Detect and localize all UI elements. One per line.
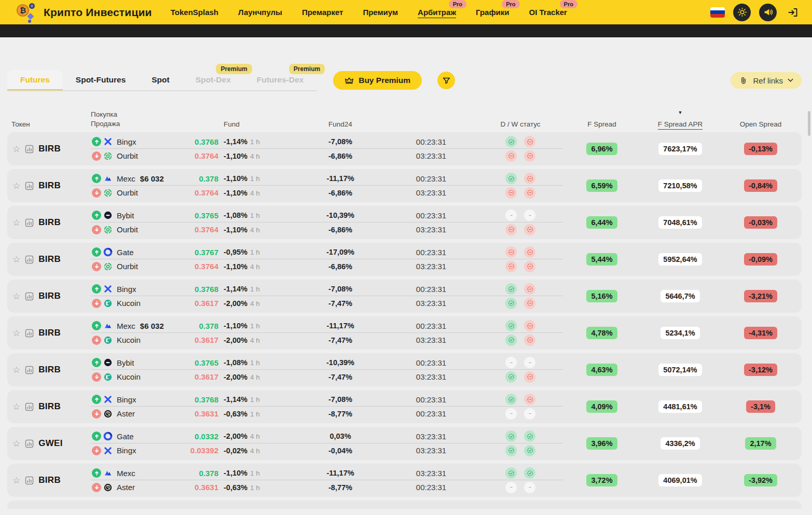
- brand-title[interactable]: Крипто Инвестиции: [44, 6, 152, 19]
- sell-exchange-name[interactable]: Kucoin: [117, 299, 174, 308]
- token-name[interactable]: BIRB: [38, 401, 61, 412]
- sell-exchange-name[interactable]: Bingx: [117, 446, 174, 455]
- funnel-icon: [442, 76, 451, 85]
- buy-funding: -0,95%1 h: [218, 248, 296, 256]
- col-header-f-spread[interactable]: F Spread: [587, 120, 616, 129]
- token-chart-icon[interactable]: [25, 366, 34, 374]
- sell-exchange-logo-ourbit-icon: [103, 225, 113, 234]
- sell-dw-status: [478, 187, 563, 199]
- buy-exchange-name[interactable]: Bingx: [117, 137, 174, 146]
- col-header-open-spread[interactable]: Open Spread: [740, 120, 781, 129]
- sell-funding-24h: -6,86%: [296, 152, 384, 160]
- token-name[interactable]: BIRB: [38, 328, 61, 338]
- token-chart-icon[interactable]: [25, 439, 34, 448]
- sell-exchange-name[interactable]: Aster: [117, 409, 174, 418]
- token-name[interactable]: GWEI: [38, 438, 63, 449]
- favorite-star-icon[interactable]: ☆: [12, 402, 20, 411]
- col-header-buy-sell[interactable]: Покупка Продажа: [91, 110, 174, 129]
- nav-menu-item[interactable]: Графики Pro: [476, 8, 510, 17]
- buy-exchange-name[interactable]: Mexc$6 032: [117, 322, 174, 330]
- buy-exchange-name[interactable]: Mexc$6 032: [117, 174, 174, 183]
- sell-exchange-name[interactable]: Ourbit: [117, 262, 174, 271]
- sell-exchange-name[interactable]: Aster: [117, 483, 174, 492]
- favorite-star-icon[interactable]: ☆: [12, 329, 20, 338]
- market-tab[interactable]: Futures-Dex Premium: [244, 70, 316, 90]
- favorite-star-icon[interactable]: ☆: [12, 182, 20, 190]
- nav-menu-item[interactable]: Лаунчпулы Pro: [238, 8, 282, 17]
- buy-dw-status: [478, 430, 563, 442]
- market-tab[interactable]: Spot-Futures Premium: [63, 70, 139, 90]
- nav-menu-label: Арбитраж: [418, 8, 456, 17]
- withdraw-status-icon: [524, 335, 535, 346]
- favorite-star-icon[interactable]: ☆: [12, 366, 20, 374]
- sell-dw-status: [478, 371, 563, 383]
- language-flag-icon[interactable]: [710, 7, 725, 18]
- favorite-star-icon[interactable]: ☆: [12, 145, 20, 154]
- buy-exchange-name[interactable]: Bybit: [117, 211, 174, 220]
- token-chart-icon[interactable]: [25, 329, 34, 338]
- token-name[interactable]: BIRB: [38, 291, 61, 301]
- buy-exchange-name[interactable]: Mexc: [117, 469, 174, 478]
- token-cell: ☆ BIRB: [7, 180, 91, 191]
- sell-exchange-name[interactable]: Ourbit: [117, 225, 174, 234]
- sell-exchange-name[interactable]: Kucoin: [117, 372, 174, 381]
- token-chart-icon[interactable]: [25, 182, 34, 190]
- favorite-star-icon[interactable]: ☆: [12, 218, 20, 227]
- filter-button[interactable]: [437, 72, 455, 89]
- sell-line: Ourbit 0.3764 -1,10%4 h -6,86% 03:23:31: [91, 149, 563, 163]
- token-chart-icon[interactable]: [25, 145, 34, 154]
- brand-logo-icon[interactable]: 0 ₿ ◆: [16, 2, 37, 23]
- sell-exchange-logo-ourbit-icon: [103, 188, 113, 198]
- sell-exchange-name[interactable]: Ourbit: [117, 188, 174, 197]
- nav-menu-item[interactable]: TokenSplash Pro: [171, 8, 218, 17]
- buy-dw-status: [478, 283, 563, 295]
- favorite-star-icon[interactable]: ☆: [12, 255, 20, 264]
- login-button[interactable]: [785, 5, 801, 20]
- col-header-f-spread-apr[interactable]: ▼ F Spread APR: [658, 120, 703, 129]
- sell-line: Ourbit 0.3764 -1,10%4 h -6,86% 03:23:31: [91, 222, 563, 236]
- favorite-star-icon[interactable]: ☆: [12, 476, 20, 485]
- nav-menu-item[interactable]: Премаркет Pro: [302, 8, 343, 17]
- deposit-status-icon: [505, 136, 517, 147]
- buy-exchange-name[interactable]: Bingx: [117, 285, 174, 294]
- token-name[interactable]: BIRB: [38, 475, 61, 485]
- token-name[interactable]: BIRB: [38, 180, 61, 191]
- token-name[interactable]: BIRB: [38, 254, 61, 265]
- buy-premium-button[interactable]: Buy Premium: [333, 71, 422, 90]
- token-chart-icon[interactable]: [25, 255, 34, 264]
- market-tab[interactable]: Spot Premium: [139, 70, 182, 90]
- token-name[interactable]: BIRB: [38, 144, 61, 154]
- buy-direction-icon: [92, 174, 101, 183]
- sell-exchange-name[interactable]: Kucoin: [117, 336, 174, 344]
- buy-exchange-name[interactable]: Gate: [117, 432, 174, 441]
- token-chart-icon[interactable]: [25, 292, 34, 301]
- top-navbar: 0 ₿ ◆ Крипто Инвестиции TokenSplash Pro …: [0, 0, 812, 24]
- buy-exchange-name[interactable]: Gate: [117, 248, 174, 257]
- market-tab[interactable]: Futures Premium: [7, 70, 63, 90]
- token-chart-icon[interactable]: [25, 218, 34, 227]
- ref-links-button[interactable]: Ref links: [731, 72, 802, 89]
- sell-exchange-name[interactable]: Ourbit: [117, 151, 174, 160]
- token-name[interactable]: BIRB: [38, 365, 61, 375]
- token-chart-icon[interactable]: [25, 476, 34, 485]
- market-tab[interactable]: Spot-Dex Premium: [183, 70, 244, 90]
- col-header-token[interactable]: Токен: [7, 120, 91, 129]
- nav-menu-item[interactable]: OI Tracker Pro: [529, 8, 567, 17]
- col-header-fund[interactable]: Fund: [218, 120, 296, 129]
- nav-menu-item[interactable]: Премиум Pro: [363, 8, 398, 17]
- nav-menu-item[interactable]: Арбитраж Pro: [418, 8, 456, 17]
- buy-exchange-name[interactable]: Bingx: [117, 395, 174, 404]
- sell-exchange-logo-aster-icon: [103, 483, 113, 492]
- buy-exchange-logo-mexc-icon: [103, 174, 113, 183]
- token-name[interactable]: BIRB: [38, 217, 61, 228]
- buy-direction-icon: [92, 321, 101, 330]
- token-chart-icon[interactable]: [25, 402, 34, 411]
- col-header-fund24[interactable]: Fund24: [296, 120, 384, 129]
- announcements-button[interactable]: [759, 4, 777, 21]
- f-spread-apr-badge: 5646,7%: [660, 290, 699, 302]
- buy-exchange-name[interactable]: Bybit: [117, 358, 174, 367]
- theme-toggle-button[interactable]: [733, 4, 751, 21]
- favorite-star-icon[interactable]: ☆: [12, 292, 20, 301]
- favorite-star-icon[interactable]: ☆: [12, 439, 20, 448]
- scrollbar-thumb[interactable]: [808, 111, 810, 136]
